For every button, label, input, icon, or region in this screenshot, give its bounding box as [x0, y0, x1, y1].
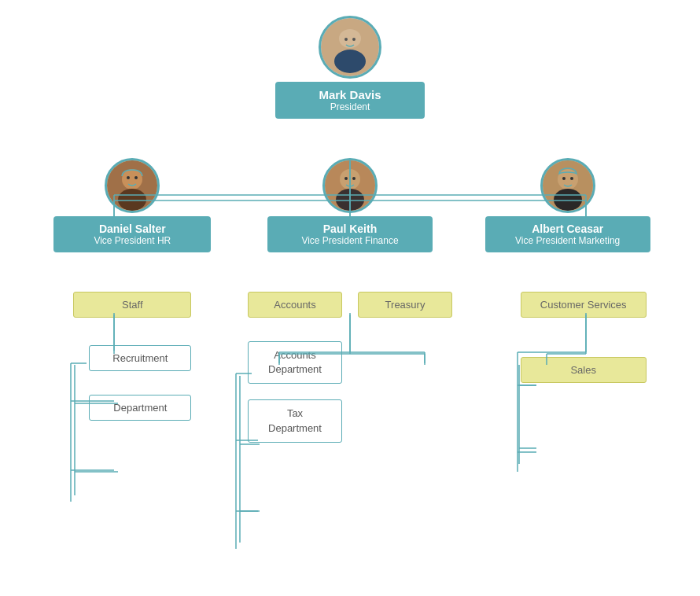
- svg-point-41: [562, 177, 566, 180]
- paul-title: Vice President Finance: [280, 235, 420, 246]
- svg-point-27: [334, 50, 366, 73]
- svg-point-25: [344, 38, 348, 41]
- daniel-name: Daniel Salter: [66, 223, 198, 235]
- sales-card[interactable]: Sales: [521, 357, 647, 383]
- staff-card[interactable]: Staff: [73, 292, 191, 318]
- svg-point-32: [134, 176, 138, 179]
- department-card[interactable]: Department: [89, 395, 191, 421]
- svg-point-31: [127, 176, 130, 179]
- root-avatar: [319, 16, 381, 79]
- daniel-node: Daniel Salter Vice President HR Staff Re…: [24, 158, 241, 443]
- svg-point-42: [570, 177, 573, 180]
- paul-name: Paul Keith: [280, 223, 420, 235]
- recruitment-card[interactable]: Recruitment: [89, 345, 191, 371]
- accounts-branch: Accounts AccountsDepartment TaxDepartmen…: [248, 292, 342, 443]
- albert-title: Vice President Marketing: [498, 235, 638, 246]
- svg-point-24: [339, 29, 361, 48]
- accounts-dept-card[interactable]: AccountsDepartment: [248, 341, 342, 384]
- tax-dept-card[interactable]: TaxDepartment: [248, 399, 342, 442]
- customer-services-card[interactable]: Customer Services: [521, 292, 647, 318]
- staff-container: Staff Recruitment Department: [73, 292, 191, 421]
- treasury-branch: Treasury: [358, 292, 452, 443]
- albert-node: Albert Ceasar Vice President Marketing C…: [459, 158, 676, 443]
- org-chart: Mark Davis President Daniel Salter: [0, 0, 700, 443]
- paul-node: Paul Keith Vice President Finance Accoun…: [241, 158, 459, 443]
- finance-children: Accounts AccountsDepartment TaxDepartmen…: [248, 292, 452, 443]
- hr-sub-items: Recruitment Department: [73, 345, 191, 421]
- root-title: President: [291, 101, 409, 112]
- root-node: Mark Davis President: [271, 16, 429, 119]
- accounts-sub-items: AccountsDepartment TaxDepartment: [248, 341, 342, 443]
- daniel-card[interactable]: Daniel Salter Vice President HR: [53, 216, 211, 252]
- svg-point-37: [352, 177, 356, 180]
- root-name: Mark Davis: [291, 88, 409, 101]
- svg-point-29: [122, 169, 142, 189]
- svg-point-35: [336, 189, 364, 211]
- paul-avatar: [322, 158, 378, 213]
- svg-point-40: [554, 189, 582, 211]
- svg-point-26: [352, 38, 356, 41]
- accounts-card[interactable]: Accounts: [248, 292, 342, 318]
- svg-point-30: [118, 189, 146, 211]
- albert-name: Albert Ceasar: [498, 223, 638, 235]
- svg-point-36: [344, 177, 348, 180]
- level1-container: Daniel Salter Vice President HR Staff Re…: [0, 158, 700, 443]
- albert-avatar: [540, 158, 595, 213]
- treasury-card[interactable]: Treasury: [358, 292, 452, 318]
- paul-card[interactable]: Paul Keith Vice President Finance: [267, 216, 433, 252]
- root-card[interactable]: Mark Davis President: [275, 82, 425, 119]
- marketing-children: Customer Services Sales: [521, 292, 647, 383]
- daniel-title: Vice President HR: [66, 235, 198, 246]
- level0-container: Mark Davis President: [0, 0, 700, 119]
- daniel-avatar: [105, 158, 160, 213]
- albert-card[interactable]: Albert Ceasar Vice President Marketing: [485, 216, 650, 252]
